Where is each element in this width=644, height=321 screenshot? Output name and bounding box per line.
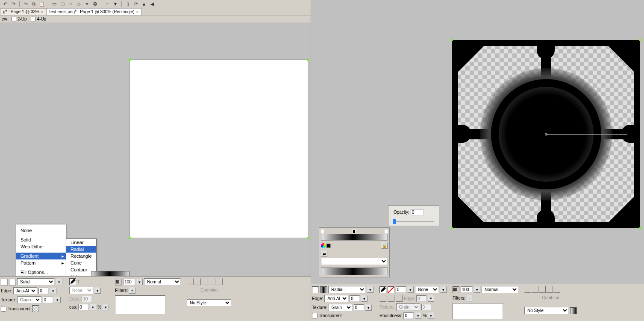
mi-cone[interactable]: Cone (66, 259, 96, 266)
mi-web-dither[interactable]: Web Dither (16, 243, 66, 250)
style-swatch[interactable] (570, 307, 577, 314)
opacity-input[interactable] (123, 279, 135, 285)
tex-spinner[interactable]: ▾ (365, 304, 372, 311)
tex-spinner[interactable]: ▾ (54, 297, 61, 303)
mi-rectangle[interactable]: Rectangle (66, 253, 96, 259)
opacity-input[interactable] (461, 286, 473, 293)
2up-mode[interactable]: 2-Up (12, 17, 27, 21)
texture-value-input[interactable] (354, 304, 364, 311)
ness-spinner-2[interactable]: ▾ (103, 304, 109, 310)
slider-thumb[interactable] (393, 219, 396, 224)
stroke-mode-select[interactable]: None (69, 287, 93, 294)
subtract-button[interactable] (532, 286, 538, 293)
crop-button[interactable] (546, 286, 553, 293)
edge-spinner[interactable]: ▾ (361, 295, 368, 302)
union-button[interactable] (524, 286, 531, 293)
diff-button[interactable] (216, 278, 223, 285)
mi-solid[interactable]: Solid (16, 236, 66, 243)
pencil-icon[interactable] (379, 286, 386, 293)
cut-icon[interactable]: ✂ (22, 1, 29, 7)
flip-icon[interactable]: ▲ (141, 1, 147, 7)
handle-bottom-left[interactable] (451, 227, 453, 230)
paste-icon[interactable]: 📋 (38, 1, 45, 7)
gradient-editor[interactable]: 🔒 ⇄ (319, 227, 390, 277)
canvas-area-left[interactable]: None Solid Web Dither Gradient Pattern F… (0, 23, 311, 276)
poly-icon[interactable]: ◇ (75, 1, 82, 7)
mi-linear[interactable]: Linear (66, 239, 96, 246)
handle-bottom-right[interactable] (307, 237, 309, 239)
mi-pattern[interactable]: Pattern (16, 259, 66, 266)
stroke-spinner[interactable]: ▾ (407, 286, 414, 293)
opacity-icon[interactable]: ▩ (453, 286, 459, 293)
close-icon[interactable]: × (136, 10, 138, 14)
opacity-slider[interactable] (394, 221, 434, 222)
filter-list[interactable] (453, 303, 503, 319)
transparency-swatch[interactable] (32, 305, 39, 312)
color-wheel-icon[interactable] (321, 243, 326, 248)
gradient-stop-start[interactable] (321, 230, 324, 233)
lock-icon[interactable]: 🔒 (381, 242, 388, 249)
style-select[interactable]: No Style (524, 307, 569, 314)
arrow-down-icon[interactable]: ▾ (367, 286, 373, 293)
stroke-mode-select[interactable]: None (415, 286, 439, 293)
union-button[interactable] (187, 278, 194, 285)
stroke-align-center[interactable] (388, 295, 394, 302)
handle-top-right[interactable] (639, 39, 641, 41)
document-tab-active[interactable]: test emis.png* : Page 1 @ 300% (Rectangl… (46, 8, 141, 15)
blend-mode-select[interactable]: Normal (482, 286, 518, 293)
ellipse-icon[interactable]: ○ (67, 1, 74, 7)
roundness-spinner[interactable]: ▾ (415, 312, 421, 319)
transparent-checkbox[interactable] (312, 313, 318, 318)
opacity-spinner[interactable]: ▾ (136, 279, 143, 285)
arrow-down-icon[interactable]: ▾ (56, 279, 62, 285)
opacity-icon[interactable]: ▩ (115, 279, 122, 286)
stroke-spinner[interactable]: ▾ (94, 287, 101, 294)
edge-value-input[interactable] (38, 288, 49, 294)
stroke-align-inner[interactable] (396, 295, 403, 302)
handle-top-left[interactable] (451, 39, 453, 41)
mi-none[interactable]: None (16, 227, 66, 234)
stroke-edge-spinner[interactable]: ▾ (428, 295, 434, 302)
preview-mode[interactable]: ew (2, 17, 7, 21)
page-icon[interactable]: ▯ (124, 1, 131, 7)
swirl-icon[interactable]: ❂ (91, 1, 98, 7)
gradient-strip[interactable] (321, 234, 388, 241)
align-icon[interactable]: ≡ (104, 1, 111, 7)
subtract-button[interactable] (194, 278, 201, 285)
star-icon[interactable]: ✦ (83, 1, 90, 7)
stroke-more-spinner[interactable]: ▾ (440, 286, 447, 293)
handle-bottom-left[interactable] (129, 237, 131, 239)
fill-swatch[interactable] (9, 279, 16, 286)
paint-bucket-icon[interactable] (312, 286, 319, 293)
mi-radial[interactable]: Radial (66, 246, 96, 253)
ness-spinner[interactable]: ▾ (90, 304, 96, 310)
canvas-document-right[interactable] (452, 40, 640, 228)
handle-top-left[interactable] (129, 59, 131, 61)
stroke-width-input[interactable] (396, 286, 406, 293)
stroke-align-outer[interactable] (379, 295, 386, 302)
add-filter-button[interactable]: + (129, 287, 135, 294)
opacity-popup[interactable]: Opacity: (388, 205, 439, 226)
fill-type-select[interactable]: Radial (328, 286, 366, 293)
handle-top-right[interactable] (307, 59, 309, 61)
intersect-button[interactable] (201, 278, 208, 285)
canvas-area-right[interactable]: Opacity: 🔒 (311, 0, 644, 284)
roundness-spinner-2[interactable]: ▾ (428, 312, 434, 319)
grad-swap-icon[interactable]: ⇄ (321, 250, 327, 257)
mirror-icon[interactable]: ◀ (149, 1, 156, 7)
rect-icon[interactable]: ▭ (51, 1, 58, 7)
edge-spinner[interactable]: ▾ (50, 288, 56, 294)
mi-fill-options[interactable]: Fill Options... (16, 269, 66, 276)
fill-swatch[interactable] (320, 286, 327, 293)
gradient-handle-line[interactable] (546, 134, 627, 135)
ness-input[interactable] (78, 304, 88, 310)
close-icon[interactable]: × (41, 10, 43, 14)
edge-value-input[interactable] (350, 295, 360, 302)
document-tab-1[interactable]: g* : Page 1 @ 33% × (0, 8, 46, 15)
roundness-input[interactable] (403, 312, 414, 319)
undo-icon[interactable]: ↶ (2, 1, 9, 7)
crop-button[interactable] (209, 278, 215, 285)
transparent-checkbox[interactable] (1, 306, 6, 312)
handle-bottom-right[interactable] (639, 227, 641, 230)
gradient-center-handle[interactable] (545, 133, 547, 135)
